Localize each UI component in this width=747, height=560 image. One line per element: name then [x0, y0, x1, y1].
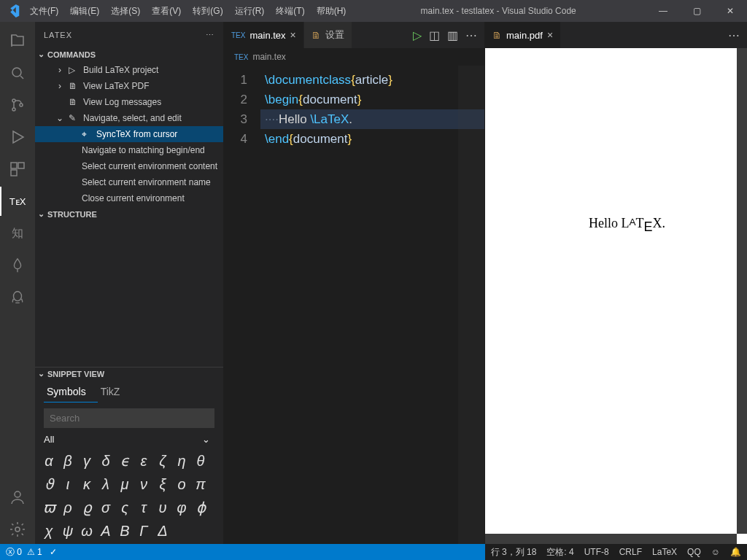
symbol-cell[interactable]: θ [194, 451, 207, 471]
status-eol[interactable]: CRLF [619, 547, 642, 557]
menu-view[interactable]: 查看(V) [147, 2, 185, 20]
split-right-icon[interactable]: ◫ [429, 28, 440, 42]
symbol-cell[interactable]: ψ [61, 521, 74, 541]
symbol-cell[interactable]: κ [80, 474, 93, 494]
breadcrumb[interactable]: TEX main.tex [224, 48, 484, 66]
maximize-button[interactable]: ▢ [680, 0, 713, 22]
symbol-cell[interactable]: ε [137, 451, 150, 471]
minimap[interactable] [458, 66, 484, 544]
sidebar-more-icon[interactable]: ⋯ [206, 31, 214, 40]
status-bell-icon[interactable]: 🔔 [730, 547, 741, 557]
close-tab-icon[interactable]: × [547, 29, 553, 41]
status-language[interactable]: LaTeX [652, 547, 677, 557]
tree-item[interactable]: ›▷Build LaTeX project [35, 62, 223, 78]
symbol-cell[interactable]: ζ [156, 451, 169, 471]
symbol-cell[interactable]: ϑ [42, 474, 55, 494]
symbol-cell[interactable]: Δ [156, 521, 169, 541]
symbol-cell[interactable]: ς [118, 497, 131, 518]
tree-item[interactable]: Select current environment content [35, 158, 223, 174]
symbol-cell[interactable]: υ [156, 497, 169, 518]
symbol-cell[interactable]: Γ [137, 521, 150, 541]
symbol-cell[interactable]: ο [175, 474, 188, 494]
section-structure[interactable]: ⌄ STRUCTURE [35, 208, 223, 220]
qq-icon[interactable] [0, 283, 35, 312]
tree-item[interactable]: Select current environment name [35, 174, 223, 190]
source-control-icon[interactable] [0, 90, 35, 120]
status-encoding[interactable]: UTF-8 [584, 547, 609, 557]
tree-item[interactable]: Navigate to matching begin/end [35, 142, 223, 158]
menu-terminal[interactable]: 终端(T) [271, 2, 309, 20]
minimize-button[interactable]: ― [646, 0, 680, 22]
snippet-tab-tikz[interactable]: TikZ [98, 383, 132, 402]
symbol-cell[interactable]: π [194, 474, 207, 494]
status-problems[interactable]: ⓧ 0 ⚠ 1 [6, 546, 42, 559]
symbol-cell[interactable]: ν [137, 474, 150, 494]
status-qq[interactable]: QQ [687, 547, 701, 557]
symbol-cell[interactable]: λ [99, 474, 112, 494]
explorer-icon[interactable] [0, 26, 35, 55]
account-icon[interactable] [0, 483, 35, 512]
tree-icon[interactable] [0, 251, 35, 280]
menu-file[interactable]: 文件(F) [26, 2, 63, 20]
symbol-cell[interactable]: ι [61, 474, 74, 494]
close-tab-icon[interactable]: × [290, 29, 296, 41]
tab-main-pdf[interactable]: 🗎 main.pdf × [485, 22, 561, 48]
tree-item[interactable]: ⌖SyncTeX from cursor [35, 126, 223, 142]
run-debug-icon[interactable] [0, 122, 35, 152]
symbol-cell[interactable]: χ [42, 521, 55, 541]
pdf-vertical-scrollbar[interactable] [737, 48, 747, 534]
menu-selection[interactable]: 选择(S) [107, 2, 144, 20]
code-line[interactable]: 1\documentclass{article} [224, 70, 484, 90]
symbol-cell[interactable]: ξ [156, 474, 169, 494]
chevron-down-icon[interactable]: ⌄ [202, 434, 214, 445]
symbol-cell[interactable]: γ [80, 451, 93, 471]
section-commands[interactable]: ⌄ COMMANDS [35, 48, 223, 61]
more-actions-icon[interactable]: ⋯ [465, 28, 477, 42]
snippet-filter-select[interactable]: All [44, 434, 54, 445]
symbol-cell[interactable]: B [118, 521, 131, 541]
tree-item[interactable]: ›🗎View LaTeX PDF [35, 78, 223, 94]
split-editor-icon[interactable]: ▥ [447, 28, 458, 42]
code-line[interactable]: 4\end{document} [224, 129, 484, 149]
symbol-cell[interactable]: τ [137, 497, 150, 518]
symbol-cell[interactable]: φ [175, 497, 188, 518]
tab-settings[interactable]: 🗎 设置 [304, 22, 352, 48]
snippet-search-input[interactable] [44, 408, 214, 428]
code-editor[interactable]: 1\documentclass{article}2\begin{document… [224, 66, 484, 544]
status-cursor-position[interactable]: 行 3，列 18 [491, 546, 537, 559]
zhihu-icon[interactable]: 知 [0, 219, 35, 248]
symbol-cell[interactable]: ϱ [80, 497, 93, 518]
symbol-cell[interactable]: α [42, 451, 55, 471]
symbol-cell[interactable]: ρ [61, 497, 74, 518]
symbol-cell[interactable]: β [61, 451, 74, 471]
close-button[interactable]: ✕ [713, 0, 747, 22]
status-check-icon[interactable]: ✓ [50, 547, 57, 557]
pdf-horizontal-scrollbar[interactable] [485, 534, 737, 544]
search-icon[interactable] [0, 58, 35, 88]
menu-help[interactable]: 帮助(H) [312, 2, 351, 20]
symbol-cell[interactable]: μ [118, 474, 131, 494]
settings-gear-icon[interactable] [0, 515, 35, 544]
symbol-cell[interactable]: ϖ [42, 497, 55, 518]
pdf-preview[interactable]: Hello LATEX. [485, 48, 747, 544]
symbol-cell[interactable]: ω [80, 521, 93, 541]
code-line[interactable]: 2\begin{document} [224, 90, 484, 109]
menu-go[interactable]: 转到(G) [188, 2, 227, 20]
latex-workshop-icon[interactable]: TᴇX [0, 187, 35, 216]
symbol-cell[interactable]: η [175, 451, 188, 471]
symbol-cell[interactable]: A [99, 521, 112, 541]
tree-item[interactable]: ⌄✎Navigate, select, and edit [35, 110, 223, 126]
status-indent[interactable]: 空格: 4 [546, 546, 573, 559]
symbol-cell[interactable]: ϵ [118, 451, 131, 471]
status-feedback-icon[interactable]: ☺ [711, 547, 720, 557]
tree-item[interactable]: 🗎View Log messages [35, 94, 223, 110]
extensions-icon[interactable] [0, 155, 35, 184]
menu-edit[interactable]: 编辑(E) [66, 2, 104, 20]
more-actions-icon[interactable]: ⋯ [728, 28, 740, 42]
run-icon[interactable]: ▷ [413, 28, 422, 42]
tab-main-tex[interactable]: TEX main.tex × [224, 22, 304, 48]
symbol-cell[interactable]: δ [99, 451, 112, 471]
tree-item[interactable]: Close current environment [35, 190, 223, 206]
symbol-cell[interactable]: ϕ [194, 497, 207, 518]
symbol-cell[interactable]: σ [99, 497, 112, 518]
